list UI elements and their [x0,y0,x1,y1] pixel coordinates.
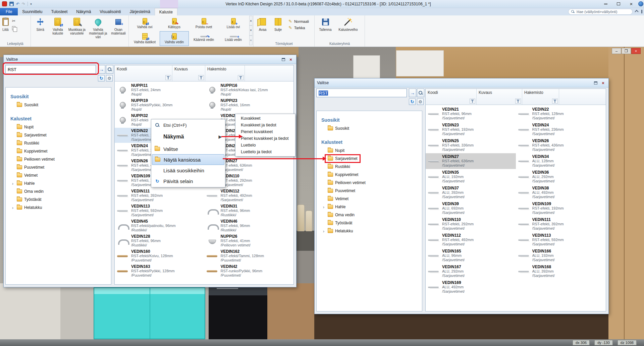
copy-button[interactable] [10,25,17,31]
tree-folder-puuvetimet[interactable]: Puuvetimet [10,163,111,171]
search-input[interactable]: RST [316,89,407,97]
refresh-button[interactable]: ↻ [98,75,105,81]
catalog-item-VEDIN112[interactable]: VEDIN112RST-efekti, 492mm/Sarjavetimet/ [426,232,516,248]
close-doors-button[interactable]: Sulje [271,16,285,33]
tree-folder-nupit[interactable]: Nupit [10,123,111,131]
collapse-ribbon-icon[interactable] [635,10,638,13]
open-doors-button[interactable]: Avaa [255,16,270,33]
tree-folder-helatukku[interactable]: ›Helatukku [321,227,422,235]
column-header-hakemisto[interactable]: Hakemisto [205,65,245,81]
catalog-item-VEDIN35[interactable]: VEDIN35ALU, 192mm/Sarjavetimet/ [426,169,516,185]
menu-item-valitse[interactable]: Valitse [152,143,224,154]
search-button[interactable] [417,89,424,97]
catalog-item-VEDIN113[interactable]: VEDIN113RST-efekti, 592mm/Sarjavetimet/ [115,203,204,218]
dock-button[interactable] [280,57,286,62]
catalog-item-VEDIN160[interactable]: VEDIN160RST-efekti/Koivu, 128mm/Puuvetim… [115,248,204,264]
catalog-item-VEDIN163[interactable]: VEDIN163RST-efekti/Pyökki, 128mm/Puuveti… [115,264,204,279]
close-button[interactable]: × [625,0,638,8]
catalog-item-VEDIN24[interactable]: VEDIN24RST-efekti, 236mm/Sarjavetimet/ [516,122,606,137]
collision-mode-normal[interactable]: ✎ Normaali [288,19,309,23]
catalog-item-VEDIN109[interactable]: VEDIN109RST-efekti, 192mm/Sarjavetimet/ [516,200,606,216]
catalog-item-NUPPI11[interactable]: NUPPI11RST-efekti, 24mm/Nupit/ [115,82,204,98]
catalog-item-VEDIN166[interactable]: VEDIN166ALU, 192mm/Sarjavetimet/ [516,248,606,264]
catalog-item-VEDIN23[interactable]: VEDIN23RST-efekti, 192mm/Sarjavetimet/ [426,122,516,137]
expander-icon[interactable]: › [10,181,15,186]
save-group-button[interactable]: Tallenna [316,16,335,33]
tab-file[interactable]: File [0,8,18,15]
menu-item-etsi[interactable]: Etsi (Ctrl+F) [152,120,224,130]
tree-folder-sarjavetimet[interactable]: Sarjavetimet [321,155,422,163]
catalog-item-NUPPI19[interactable]: NUPPI19RST-efekti/Pyökki, 30mm/Nupit/ [115,98,204,113]
catalog-item-VEDIN162[interactable]: VEDIN162RST-efekti/Tammi, 128mm/Puuvetim… [204,248,294,264]
tree-folder-työstävät[interactable]: Työstävät [10,195,111,204]
catalog-item-VEDIN46[interactable]: VEDIN46RST-efekti, 96mm/Rustiikki/ [204,218,294,233]
save-icon[interactable] [9,2,14,6]
search-button[interactable] [106,65,113,74]
menu-item-lisaa-suosikkeihin[interactable]: Lisää suosikkeihin [152,165,224,176]
catalog-item-VEDIN26[interactable]: VEDIN26RST-efekti, 436mm/Sarjavetimet/ [516,137,606,153]
remove-doors-button[interactable]: − Poista ovet [189,16,218,31]
dock-button[interactable] [593,80,599,85]
tree-folder-peilioven-vetimet[interactable]: Peilioven vetimet [321,179,422,187]
move-button[interactable]: Siirrä [32,16,48,33]
tree-folder-peilioven-vetimet[interactable]: Peilioven vetimet [10,155,111,163]
flip-handle-button[interactable]: ↷ Käännä vedin [189,31,218,46]
catalog-item-VEDIN169[interactable]: VEDIN169ALU, 492mm/Sarjavetimet/ [426,279,516,295]
gallery-up-icon[interactable]: ▲ [249,16,253,25]
tab-nakyma[interactable]: Näkymä [72,8,95,15]
part-material-button[interactable]: + Osan materiaali [110,16,127,36]
tree-folder-rustiikki[interactable]: Rustiikki [321,163,422,171]
tab-tulosteet[interactable]: Tulosteet [47,8,72,15]
catalog-item-VEDIN42[interactable]: VEDIN42RST-runko/Pyökki, 96mm/Puuvetimet… [204,264,294,279]
add-door-button[interactable]: + Lisää ovi [219,16,248,31]
swap-door-button[interactable]: ⇄ Vaihda ovi [130,16,159,31]
handedness-button[interactable]: ↷ Kätisyys [160,16,189,31]
dialog-close-button[interactable]: × [600,80,606,85]
redo-icon[interactable]: ↷ [22,2,25,6]
catalog-item-NUPPI23[interactable]: NUPPI23RST-efekti, 16mm/Nupit/ [204,98,294,113]
dialog-title-bar[interactable]: Valitse × [315,78,608,88]
catalog-item-VEDIN128[interactable]: VEDIN128RST-efekti, 96mm/Rustiikki/ [115,233,204,248]
filter-button[interactable] [552,99,558,104]
change-material-button[interactable]: Vaihda materiaali ja väri [87,16,109,40]
submenu-item-pienet-kuvakkeet[interactable]: Pienet kuvakkeet [235,128,295,135]
submenu-item-luettelo-ja-tiedot[interactable]: Luettelo ja tiedot [235,149,295,155]
doc-minimize-button[interactable]: – [612,48,621,54]
tree-folder-hahle[interactable]: ›Hahle [10,179,111,187]
column-header-kuvaus[interactable]: Kuvaus [477,89,522,105]
filter-button[interactable] [515,99,521,104]
search-input[interactable]: RST [5,65,96,74]
tab-kaluste[interactable]: Kaluste [155,8,177,15]
catalog-item-VEDIN38[interactable]: VEDIN38ALU, 492mm/Sarjavetimet/ [516,185,606,200]
tree-folder-kuppivetimet[interactable]: Kuppivetimet [10,147,111,155]
expander-icon[interactable]: › [321,229,326,234]
filter-button[interactable] [470,99,475,104]
catalog-item-VEDIN37[interactable]: VEDIN37ALU, 392mm/Sarjavetimet/ [426,185,516,200]
tree-folder-helatukku[interactable]: ›Helatukku [10,204,111,212]
tree-folder-suosikit[interactable]: Suosikit [10,101,111,109]
tab-jarjestelma[interactable]: Järjestelmä [125,8,154,15]
paste-button[interactable]: Liitä [1,16,10,33]
catalog-item-VEDIN165[interactable]: VEDIN165ALU, 96mm/Sarjavetimet/ [426,248,516,264]
add-handle-button[interactable]: + Lisää vedin [219,31,248,46]
catalog-item-VEDIN22[interactable]: VEDIN22RST-efekti, 128mm/Sarjavetimet/ [516,106,606,122]
qat-dropdown-icon[interactable]: ▾ [30,2,32,6]
pin-ribbon-icon[interactable] [641,10,642,13]
menu-item-nayta-kansiossa[interactable]: Näytä kansiossa [152,154,224,165]
cut-button[interactable]: ✂ [10,18,17,24]
filter-button[interactable] [198,75,204,80]
catalog-item-VEDIN39[interactable]: VEDIN39ALU, 692mm/Sarjavetimet/ [426,200,516,216]
tree-folder-vetimet[interactable]: Vetimet [321,195,422,203]
submenu-item-luettelo[interactable]: Luettelo [235,142,295,149]
catalog-item-VEDIN34[interactable]: VEDIN34ALU, 128mm/Sarjavetimet/ [516,153,606,169]
swap-drawers-button[interactable]: ⇄ Vaihda laatikot [130,31,159,46]
dialog-title-bar[interactable]: Valitse × [4,55,296,64]
tree-folder-hahle[interactable]: ›Hahle [321,203,422,211]
swap-furniture-button[interactable]: ⇄ Vaihda kaluste [49,16,66,36]
minimize-button[interactable] [599,0,612,8]
gallery-more-icon[interactable]: ≡ [249,36,253,45]
maximize-button[interactable] [612,0,625,8]
go-search-button[interactable]: → [98,65,105,74]
column-header-koodi[interactable]: Koodi [426,89,477,105]
settings-button[interactable]: ⚙ [417,99,424,105]
